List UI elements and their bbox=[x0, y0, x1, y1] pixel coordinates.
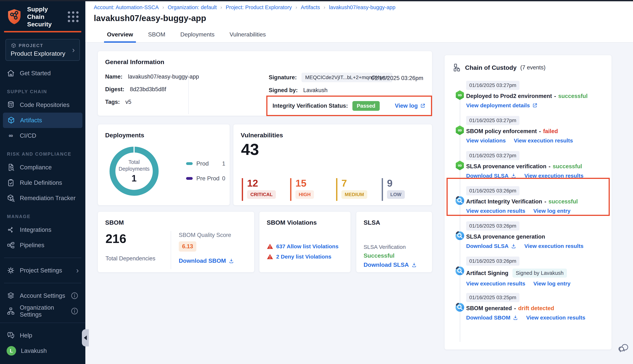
breadcrumb-account[interactable]: Account: Automation-SSCA bbox=[94, 4, 159, 10]
event-timestamp: 01/16/2025 03:27pm bbox=[466, 151, 520, 160]
legend-item-prod[interactable]: Prod 1 bbox=[186, 160, 225, 167]
sidebar-user[interactable]: L Lavakush bbox=[0, 343, 85, 358]
slsa-verification-label: SLSA Verification bbox=[364, 244, 406, 250]
download-slsa-link[interactable]: Download SLSA bbox=[364, 262, 417, 268]
event-status: successful bbox=[548, 198, 578, 205]
signed-by-badge: Signed by Lavakush bbox=[512, 268, 567, 278]
sidebar-item-label: Code Repositories bbox=[20, 102, 70, 108]
breadcrumb-organization[interactable]: Organization: default bbox=[168, 4, 217, 10]
module-grid-icon[interactable] bbox=[68, 11, 80, 22]
event-timestamp: 01/16/2025 03:27pm bbox=[466, 81, 520, 90]
view-execution-results-link[interactable]: View execution results bbox=[526, 314, 586, 321]
sidebar-item-compliance[interactable]: Compliance bbox=[0, 160, 85, 175]
supply-chain-security-logo-icon bbox=[6, 8, 23, 26]
sidebar-item-artifacts[interactable]: Artifacts bbox=[3, 112, 82, 128]
tab-deployments[interactable]: Deployments bbox=[179, 28, 216, 43]
deployments-card: Deployments Total Deployments 1 Prod 1 P… bbox=[98, 124, 230, 206]
sidebar-item-get-started[interactable]: Get Started bbox=[0, 66, 85, 81]
event-title: SBOM policy enforcement - failed bbox=[466, 128, 609, 134]
event-timestamp: 01/16/2025 03:26pm bbox=[466, 186, 520, 195]
sidebar-item-rule-definitions[interactable]: Rule Definitions bbox=[0, 175, 85, 190]
view-execution-results-link[interactable]: View execution results bbox=[514, 138, 573, 144]
sbom-card: SBOM 216 Total Dependencies SBOM Quality… bbox=[98, 212, 254, 272]
event-title: Artifact Signing Signed by Lavakush bbox=[466, 268, 609, 278]
sidebar-item-label: Organization Settings bbox=[20, 304, 66, 318]
sidebar-item-code-repositories[interactable]: Code Repositories bbox=[0, 97, 85, 112]
download-sbom-link[interactable]: Download SBOM bbox=[466, 314, 518, 321]
event-timestamp: 01/16/2025 03:25pm bbox=[466, 293, 520, 302]
chat-bubbles-icon[interactable] bbox=[618, 342, 629, 354]
deny-list-violations-link[interactable]: 2 Deny list Violations bbox=[267, 254, 331, 260]
view-log-entry-link[interactable]: View log entry bbox=[533, 208, 570, 214]
sidebar-item-pipelines[interactable]: Pipelines bbox=[0, 238, 85, 253]
chevron-right-icon: › bbox=[72, 46, 75, 54]
avatar: L bbox=[6, 346, 16, 356]
timeline-event-sbom-policy: 01/16/2025 03:27pm SBOM policy enforceme… bbox=[444, 116, 612, 145]
signature-timestamp: 01/16/2025 03:26pm bbox=[371, 75, 423, 82]
sidebar-item-organization-settings[interactable]: Organization Settings bbox=[0, 304, 85, 319]
sidebar-item-cicd[interactable]: CI/CD bbox=[0, 128, 85, 143]
tab-vulnerabilities[interactable]: Vulnerabilities bbox=[228, 28, 267, 43]
timeline-event-sbom-generated: 01/16/2025 03:25pm SBOM generated - drif… bbox=[444, 293, 612, 322]
card-title: SLSA bbox=[364, 219, 380, 226]
vulnerabilities-card: Vulnerabilities 43 12 CRITICAL 15 HIGH 7… bbox=[233, 124, 432, 206]
sidebar-item-project-settings[interactable]: Project Settings › bbox=[0, 263, 85, 278]
org-chart-gear-icon bbox=[6, 307, 15, 315]
share-nodes-icon bbox=[6, 226, 15, 234]
breadcrumb-current[interactable]: lavakush07/easy-buggy-app bbox=[329, 4, 396, 10]
view-execution-results-link[interactable]: View execution results bbox=[466, 208, 525, 214]
download-slsa-link[interactable]: Download SLSA bbox=[466, 243, 516, 249]
breadcrumb-separator: › bbox=[220, 4, 222, 10]
external-link-icon bbox=[532, 103, 538, 108]
tab-bar: Overview SBOM Deployments Vulnerabilitie… bbox=[106, 28, 267, 43]
sidebar-item-account-settings[interactable]: Account Settings bbox=[0, 288, 85, 304]
card-title: SBOM Violations bbox=[267, 219, 317, 226]
sidebar-collapse-handle[interactable] bbox=[82, 329, 89, 346]
info-icon bbox=[70, 307, 79, 315]
chain-of-custody-timeline: 01/16/2025 03:27pm Deployed to Prod2 env… bbox=[444, 81, 612, 328]
project-label: PROJECT bbox=[10, 43, 72, 48]
view-deployment-details-link[interactable]: View deployment details bbox=[466, 102, 538, 108]
view-execution-results-link[interactable]: View execution results bbox=[466, 280, 525, 287]
event-timestamp: 01/16/2025 03:26pm bbox=[466, 256, 520, 266]
external-link-icon bbox=[420, 103, 426, 108]
event-title: Artifact Integrity Verification - succes… bbox=[466, 198, 609, 205]
severity-medium: 7 MEDIUM bbox=[336, 178, 367, 201]
breadcrumb-project[interactable]: Project: Product Exploratory bbox=[226, 4, 292, 10]
severity-low: 9 LOW bbox=[382, 178, 405, 201]
ssca-magnifier-icon bbox=[454, 266, 465, 276]
breadcrumb-artifacts[interactable]: Artifacts bbox=[301, 4, 320, 10]
signed-by-value: Lavakush bbox=[303, 87, 328, 94]
help-chat-icon bbox=[6, 331, 15, 340]
box-search-icon bbox=[6, 194, 15, 202]
download-icon bbox=[228, 258, 234, 264]
sbom-total-dependencies-label: Total Dependencies bbox=[106, 255, 155, 262]
view-execution-results-link[interactable]: View execution results bbox=[524, 243, 584, 249]
legend-swatch bbox=[186, 162, 193, 165]
event-timestamp: 01/16/2025 03:27pm bbox=[466, 116, 520, 125]
annotation-box-integrity: Integrity Verification Status: Passed Vi… bbox=[266, 96, 432, 116]
allow-list-violations-link[interactable]: 637 Allow list Violations bbox=[267, 243, 338, 250]
legend-item-pre-prod[interactable]: Pre Prod 0 bbox=[186, 175, 225, 182]
legend-swatch bbox=[186, 177, 193, 180]
sidebar-item-label: CI/CD bbox=[20, 132, 36, 139]
tab-overview[interactable]: Overview bbox=[106, 28, 134, 43]
view-log-link[interactable]: View log bbox=[395, 102, 426, 109]
project-selector[interactable]: PROJECT Product Exploratory › bbox=[6, 39, 80, 61]
download-sbom-link[interactable]: Download SBOM bbox=[179, 258, 234, 264]
tab-sbom[interactable]: SBOM bbox=[147, 28, 166, 43]
tags-row: Tags: v5 bbox=[105, 99, 131, 105]
severity-critical: 12 CRITICAL bbox=[242, 178, 276, 201]
window-top-edge bbox=[0, 0, 633, 1]
project-name: Product Exploratory bbox=[10, 50, 72, 57]
sidebar-item-help[interactable]: Help bbox=[0, 328, 85, 343]
sidebar-item-integrations[interactable]: Integrations bbox=[0, 222, 85, 238]
chevron-right-icon: › bbox=[76, 266, 79, 274]
view-log-entry-link[interactable]: View log entry bbox=[533, 280, 570, 287]
chain-of-custody-header: Chain of Custody (7 events) bbox=[452, 63, 546, 72]
gear-icon bbox=[6, 266, 15, 275]
view-violations-link[interactable]: View violations bbox=[466, 138, 506, 144]
sidebar-item-remediation-tracker[interactable]: Remediation Tracker bbox=[0, 190, 85, 206]
pipeline-hexagon-icon bbox=[454, 90, 465, 100]
ssca-magnifier-icon bbox=[454, 230, 465, 241]
